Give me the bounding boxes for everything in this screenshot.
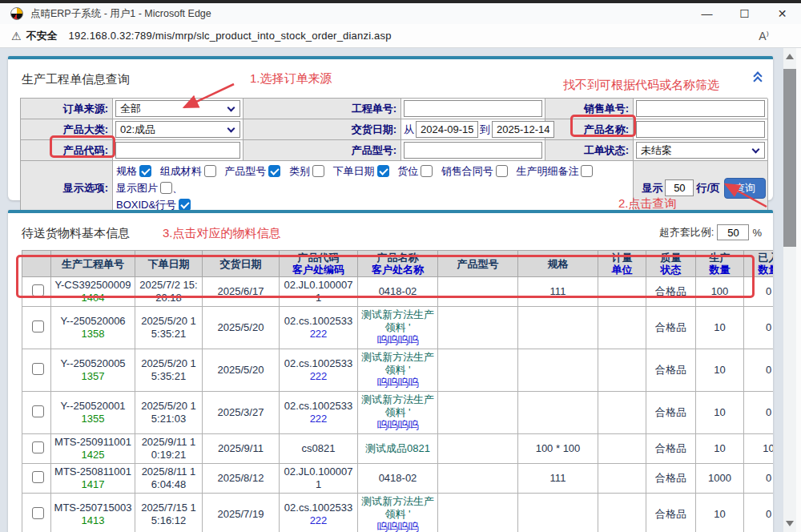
cell-product-name: 0418-02: [358, 464, 438, 494]
delivery-from-input[interactable]: [421, 123, 473, 135]
row-checkbox[interactable]: [32, 363, 44, 375]
page-content: 生产工程单信息查询 订单来源: 全部 工程单号: 销售单号: 产品大类: 02:…: [0, 48, 801, 532]
model-input[interactable]: [409, 144, 537, 156]
materials-panel-title: 待送货物料基本信息: [22, 226, 130, 241]
row-checkbox[interactable]: [32, 441, 44, 453]
cell-unit: [598, 392, 646, 434]
materials-panel: 待送货物料基本信息 3.点击对应的物料信息 超齐套比例: % 生产工程单号下单日…: [8, 210, 773, 532]
materials-table: 生产工程单号下单日期交货日期产品代码客户处编码产品名称客户处名称产品型号规格计量…: [22, 250, 773, 532]
scroll-down-icon[interactable]: [786, 521, 794, 526]
page-size-input[interactable]: [665, 179, 694, 196]
cell-qty: 100: [696, 277, 744, 307]
cell-unit: [598, 307, 646, 349]
checkbox[interactable]: [581, 165, 593, 177]
project-no-input[interactable]: [409, 103, 537, 115]
url-text[interactable]: 192.168.0.32:789/mis/mrp/slc_product_int…: [69, 30, 392, 42]
product-code-input[interactable]: [120, 144, 235, 156]
table-row[interactable]: MTS-25081100114172025/8/11 16:04:482025/…: [22, 464, 774, 494]
display-option[interactable]: 生产明细备注: [516, 163, 593, 179]
read-aloud-icon[interactable]: A⁾: [759, 30, 769, 42]
checkbox[interactable]: [160, 182, 172, 194]
product-name-input[interactable]: [641, 123, 760, 135]
cell-quality: 合格品: [646, 307, 696, 349]
display-option[interactable]: 货位: [397, 163, 433, 179]
cell-product-code: 02.JL0.1000071: [280, 464, 358, 494]
column-header: 交货日期: [203, 251, 280, 277]
cell-order-date: 2025/8/11 16:04:48: [135, 464, 203, 494]
display-option-suffix: 、: [172, 179, 183, 196]
cell-delivery-date: 2025/6/17: [203, 277, 280, 307]
display-option[interactable]: 销售合同号: [441, 163, 508, 179]
display-option[interactable]: 规格: [116, 163, 151, 179]
close-button[interactable]: ✕: [763, 3, 801, 24]
minimize-button[interactable]: —: [688, 3, 726, 24]
cell-unit: [598, 494, 646, 532]
vertical-scrollbar[interactable]: [783, 48, 796, 532]
checkbox[interactable]: [268, 165, 280, 177]
cell-done-qty: 0: [744, 392, 774, 434]
row-checkbox[interactable]: [32, 471, 44, 483]
checkbox[interactable]: [496, 165, 508, 177]
row-checkbox[interactable]: [32, 320, 44, 332]
table-row[interactable]: Y--25052000513572025/5/20 15:35:212025/5…: [22, 349, 774, 392]
cell-unit: [598, 277, 646, 307]
cell-quality: 合格品: [646, 464, 696, 494]
column-header: 产品型号: [438, 251, 518, 277]
cell-product-name: 测试新方法生产领料 '呜呜呜呜: [358, 349, 438, 392]
scroll-up-icon[interactable]: [786, 54, 794, 59]
search-button[interactable]: 查询: [724, 178, 766, 199]
cell-model: [438, 349, 518, 392]
table-row[interactable]: MTS-25091100114252025/9/11 10:19:212025/…: [22, 434, 774, 464]
cell-product-name: 测试新方法生产领料 '呜呜呜呜: [358, 494, 438, 532]
checkbox[interactable]: [377, 165, 389, 177]
cell-quality: 合格品: [646, 277, 696, 307]
cell-order-date: 2025/5/20 15:35:21: [135, 349, 203, 392]
category-select[interactable]: 02:成品: [115, 121, 240, 138]
cell-qty: 10: [696, 434, 744, 464]
table-row[interactable]: Y--25052000113552025/5/20 15:21:032025/3…: [22, 392, 774, 434]
display-option[interactable]: 组成材料: [160, 163, 216, 179]
maximize-button[interactable]: ☐: [726, 3, 763, 24]
display-option[interactable]: 类别: [289, 163, 324, 179]
checkbox[interactable]: [421, 165, 433, 177]
cell-order-no: Y--2505200011355: [51, 392, 135, 434]
cell-product-name: 测试新方法生产领料 '呜呜呜呜: [358, 392, 438, 434]
row-checkbox-cell: [22, 307, 51, 349]
page-size-prefix: 显示: [642, 181, 662, 195]
cell-unit: [598, 434, 646, 464]
cell-qty: 10: [696, 494, 744, 532]
checkbox[interactable]: [204, 165, 216, 177]
scrollbar-thumb[interactable]: [783, 69, 796, 247]
cell-product-code: 02.cs.1002533222: [280, 349, 358, 392]
row-checkbox[interactable]: [32, 284, 44, 296]
security-label[interactable]: 不安全: [26, 29, 58, 43]
delivery-to-input[interactable]: [497, 123, 549, 135]
checkbox[interactable]: [179, 199, 191, 211]
table-row[interactable]: Y--25052000613582025/5/20 15:35:212025/5…: [22, 307, 774, 349]
status-label: 工单状态:: [545, 140, 634, 161]
column-header: 已入数量: [744, 251, 774, 277]
cell-product-name: 0418-02: [358, 277, 438, 307]
cell-quality: 合格品: [646, 494, 696, 532]
cell-spec: [518, 349, 598, 392]
display-option-label: 显示图片: [116, 179, 158, 196]
order-source-select[interactable]: 全部: [115, 100, 240, 117]
column-header: 生产数量: [696, 251, 744, 277]
table-row[interactable]: MTS-25071500314132025/7/15 15:16:122025/…: [22, 494, 774, 532]
row-checkbox[interactable]: [32, 507, 44, 519]
display-option[interactable]: 显示图片 、: [116, 179, 183, 196]
product-code-label: 产品代码:: [21, 140, 113, 161]
collapse-panel-icon[interactable]: [752, 72, 763, 83]
cell-qty: 10: [696, 392, 744, 434]
cell-spec: [518, 392, 598, 434]
checkbox[interactable]: [139, 165, 151, 177]
ratio-input[interactable]: [717, 224, 749, 240]
sales-no-input[interactable]: [641, 103, 760, 115]
display-option[interactable]: 产品型号: [224, 163, 280, 179]
row-checkbox[interactable]: [32, 405, 44, 417]
table-row[interactable]: Y-CS39250000914042025/7/2 15:20:182025/6…: [22, 277, 774, 307]
display-option[interactable]: 下单日期: [333, 163, 389, 179]
checkbox[interactable]: [312, 165, 324, 177]
order-source-value: 全部: [120, 102, 141, 116]
status-select[interactable]: 未结案: [636, 142, 765, 159]
